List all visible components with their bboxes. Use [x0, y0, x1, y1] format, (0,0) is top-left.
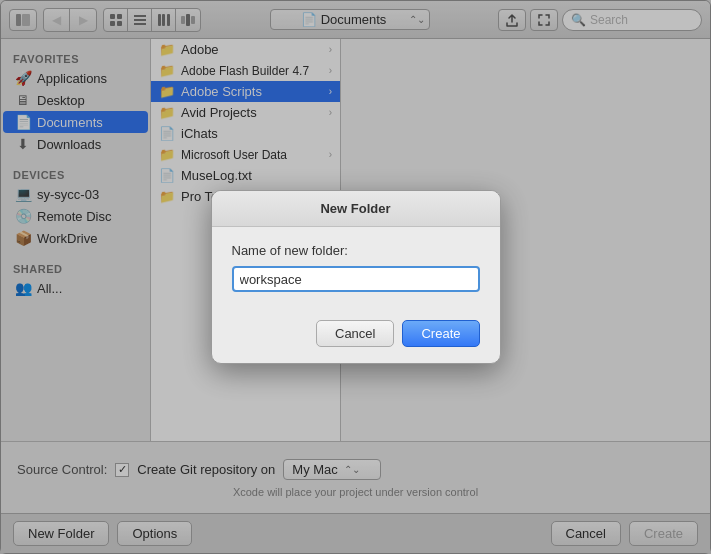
modal-cancel-button[interactable]: Cancel	[316, 320, 394, 347]
modal-create-button[interactable]: Create	[402, 320, 479, 347]
modal-overlay: New Folder Name of new folder: Cancel Cr…	[0, 0, 711, 554]
modal-name-label: Name of new folder:	[232, 243, 480, 258]
modal-title: New Folder	[212, 191, 500, 227]
modal-buttons: Cancel Create	[212, 308, 500, 363]
modal-body: Name of new folder:	[212, 227, 500, 308]
folder-name-input[interactable]	[232, 266, 480, 292]
new-folder-modal: New Folder Name of new folder: Cancel Cr…	[211, 190, 501, 364]
